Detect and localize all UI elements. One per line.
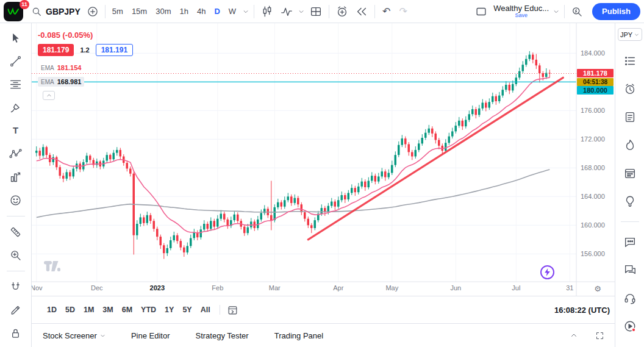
- interval-30m-button[interactable]: 30m: [152, 4, 174, 18]
- magnet-icon: [9, 281, 22, 293]
- interval-4h-button[interactable]: 4h: [193, 4, 209, 18]
- pattern-tool-button[interactable]: [8, 146, 24, 162]
- panel-collapse-button[interactable]: [566, 327, 582, 343]
- lock-tool-button[interactable]: [8, 326, 24, 341]
- plus-circle-icon: [87, 5, 99, 18]
- search-icon: [31, 6, 42, 17]
- layout-name: Wealthy Educ...: [493, 4, 549, 13]
- last-price-label: 181.178: [577, 69, 614, 77]
- range-1m-button[interactable]: 1M: [79, 302, 98, 317]
- currency-select[interactable]: JPY: [618, 28, 642, 41]
- tradingview-app: { "header": { "logo_badge": "11", "symbo…: [0, 0, 644, 347]
- goto-date-button[interactable]: [225, 302, 241, 318]
- layout-name-button[interactable]: Wealthy Educ... Save: [491, 4, 551, 18]
- indicators-button[interactable]: [277, 2, 296, 21]
- chat-button[interactable]: [621, 234, 639, 250]
- indicators-dropdown-button[interactable]: [296, 2, 306, 21]
- draw-tool-button[interactable]: [8, 302, 24, 318]
- hotlists-button[interactable]: [621, 137, 639, 153]
- interval-5m-button[interactable]: 5m: [109, 4, 127, 18]
- streams-button[interactable]: [621, 318, 639, 334]
- redo-button[interactable]: ↷: [395, 5, 411, 17]
- range-6m-button[interactable]: 6M: [118, 302, 137, 317]
- single-layout-icon: [474, 5, 488, 18]
- tab-trading-panel[interactable]: Trading Panel: [274, 331, 323, 340]
- brush-tool-button[interactable]: [8, 100, 24, 115]
- range-5d-button[interactable]: 5D: [61, 302, 79, 317]
- forecast-tool-button[interactable]: [8, 170, 24, 185]
- smiley-icon: [9, 194, 22, 207]
- trendline-tool-button[interactable]: [8, 54, 24, 69]
- zoom-tool-button[interactable]: [8, 248, 24, 263]
- publish-button[interactable]: Publish: [592, 3, 640, 20]
- range-3m-button[interactable]: 3M: [98, 302, 117, 317]
- interval-1h-button[interactable]: 1h: [176, 4, 191, 18]
- layout-grid-button[interactable]: [306, 2, 326, 21]
- sell-button[interactable]: 181.179: [38, 44, 74, 56]
- buy-button[interactable]: 181.191: [96, 44, 133, 56]
- ema-fast-legend[interactable]: EMA 181.154: [38, 63, 84, 73]
- watchlist-button[interactable]: [621, 53, 639, 69]
- range-1y-button[interactable]: 1Y: [160, 302, 178, 317]
- fib-tool-button[interactable]: [8, 77, 24, 92]
- range-ytd-button[interactable]: YTD: [137, 302, 160, 317]
- emoji-tool-button[interactable]: [8, 193, 24, 208]
- ideas-button[interactable]: [621, 193, 639, 209]
- chevron-down-icon: [243, 9, 249, 15]
- interval-15m-button[interactable]: 15m: [128, 4, 151, 18]
- candlestick-icon: [260, 5, 274, 18]
- tab-stock-screener[interactable]: Stock Screener: [43, 331, 106, 340]
- instant-order-button[interactable]: [540, 265, 554, 279]
- cursor-tool-button[interactable]: [8, 30, 24, 46]
- calendar-button[interactable]: [621, 165, 639, 181]
- interval-1w-button[interactable]: W: [225, 4, 240, 18]
- main-menu-button[interactable]: 11: [4, 1, 28, 22]
- toolbar-separator: [564, 5, 565, 18]
- price-axis[interactable]: [576, 23, 615, 282]
- panel-maximize-button[interactable]: [592, 327, 607, 343]
- toolbar-separator: [329, 5, 329, 18]
- axis-settings-gear-icon[interactable]: ⚙: [590, 284, 605, 294]
- forecast-bars-icon: [9, 171, 22, 184]
- ema-slow-label: EMA: [41, 79, 54, 85]
- toolbar-separator: [254, 5, 254, 18]
- range-5y-button[interactable]: 5Y: [178, 302, 196, 317]
- magnet-tool-button[interactable]: [8, 279, 24, 295]
- time-axis[interactable]: [32, 282, 576, 296]
- text-tool-button[interactable]: T: [8, 123, 24, 138]
- interval-dropdown-button[interactable]: [241, 2, 251, 21]
- rail-separator: [621, 221, 639, 222]
- tab-strategy-tester[interactable]: Strategy Tester: [195, 331, 248, 340]
- create-alert-button[interactable]: [332, 2, 352, 21]
- notification-badge: 11: [20, 0, 29, 9]
- ema-slow-legend[interactable]: EMA 168.981: [38, 77, 84, 87]
- alerts-button[interactable]: [621, 81, 639, 97]
- tab-pine-editor[interactable]: Pine Editor: [131, 331, 170, 340]
- chevron-down-icon: [100, 333, 106, 338]
- range-1d-button[interactable]: 1D: [43, 302, 61, 317]
- compare-add-button[interactable]: [84, 2, 102, 21]
- pencil-icon: [9, 304, 22, 317]
- layout-select-button[interactable]: [471, 2, 491, 21]
- ema-slow-value: 168.981: [57, 78, 82, 85]
- level-price-label: 180.000: [577, 86, 614, 95]
- bottom-range-toolbar: 1D 5D 1M 3M 6M YTD 1Y 5Y All 16:08:22 (U…: [32, 296, 615, 323]
- layout-menu-chevron[interactable]: [551, 2, 561, 21]
- bar-replay-button[interactable]: [352, 2, 371, 21]
- measure-tool-button[interactable]: [8, 224, 24, 240]
- session-clock[interactable]: 16:08:22 (UTC): [554, 306, 610, 315]
- undo-button[interactable]: ↶: [378, 5, 395, 17]
- symbol-search-button[interactable]: GBPJPY: [28, 2, 84, 21]
- ema-fast-label: EMA: [41, 65, 54, 71]
- save-button[interactable]: Save: [515, 13, 528, 18]
- chart-style-button[interactable]: [257, 2, 277, 21]
- interval-1d-button[interactable]: D: [210, 4, 223, 18]
- conversations-button[interactable]: [621, 262, 639, 278]
- indicators-icon: [280, 5, 293, 18]
- quick-search-button[interactable]: [568, 2, 586, 21]
- support-button[interactable]: [621, 290, 639, 306]
- legend-collapse-button[interactable]: [43, 91, 55, 100]
- journal-button[interactable]: [621, 109, 639, 125]
- range-all-button[interactable]: All: [196, 302, 215, 317]
- quick-search-icon: [571, 5, 583, 18]
